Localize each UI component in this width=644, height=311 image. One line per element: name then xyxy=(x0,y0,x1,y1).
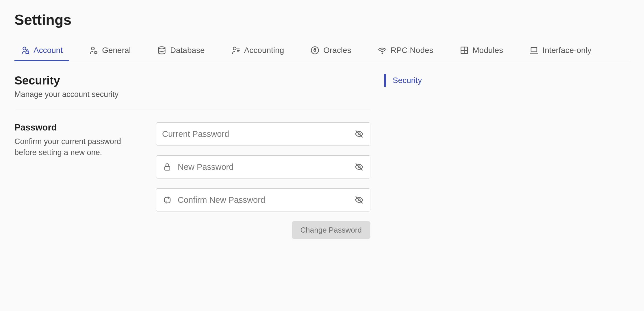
svg-point-12 xyxy=(382,53,383,54)
account-lock-icon xyxy=(21,46,29,55)
svg-text:$: $ xyxy=(314,48,316,52)
svg-point-2 xyxy=(92,47,94,50)
svg-point-5 xyxy=(233,47,236,50)
confirm-password-field[interactable] xyxy=(156,188,370,211)
section-subtitle: Manage your account security xyxy=(14,90,370,99)
laptop-icon xyxy=(530,46,538,55)
tab-modules[interactable]: Modules xyxy=(454,42,510,61)
tab-label: Account xyxy=(34,46,63,55)
change-password-button[interactable]: Change Password xyxy=(292,221,370,239)
grid-icon xyxy=(460,46,469,55)
svg-point-4 xyxy=(159,47,165,49)
tabs-bar: Account General Database Accounting $ Or… xyxy=(14,42,630,61)
section-title: Security xyxy=(14,74,370,87)
side-nav: Security xyxy=(384,74,471,239)
tab-database[interactable]: Database xyxy=(151,42,211,61)
tab-label: Accounting xyxy=(244,46,284,55)
tab-rpc-nodes[interactable]: RPC Nodes xyxy=(372,42,440,61)
repeat-icon xyxy=(162,195,172,205)
tab-label: RPC Nodes xyxy=(391,46,433,55)
database-icon xyxy=(157,46,166,55)
sidenav-item-security[interactable]: Security xyxy=(384,74,471,87)
tab-account[interactable]: Account xyxy=(14,42,69,61)
tab-interface-only[interactable]: Interface-only xyxy=(523,42,598,61)
current-password-input[interactable] xyxy=(162,129,354,139)
svg-rect-16 xyxy=(531,47,537,52)
lock-icon xyxy=(162,162,172,172)
current-password-field[interactable] xyxy=(156,122,370,146)
eye-off-icon[interactable] xyxy=(354,195,364,205)
oracle-icon: $ xyxy=(311,46,319,55)
tab-label: Oracles xyxy=(323,46,351,55)
tab-label: Database xyxy=(170,46,205,55)
tab-label: General xyxy=(102,46,131,55)
account-list-icon xyxy=(231,46,240,55)
wifi-icon xyxy=(378,46,387,55)
tab-oracles[interactable]: $ Oracles xyxy=(304,42,357,61)
eye-off-icon[interactable] xyxy=(354,162,364,172)
tab-accounting[interactable]: Accounting xyxy=(225,42,291,61)
password-help-text: Confirm your current password before set… xyxy=(14,136,144,158)
svg-rect-1 xyxy=(26,51,29,54)
tab-general[interactable]: General xyxy=(83,42,137,61)
confirm-password-input[interactable] xyxy=(178,195,354,205)
tab-label: Modules xyxy=(473,46,503,55)
svg-point-0 xyxy=(23,47,26,50)
section-header: Security Manage your account security xyxy=(14,74,370,110)
page-title: Settings xyxy=(14,12,630,28)
tab-label: Interface-only xyxy=(542,46,591,55)
new-password-input[interactable] xyxy=(178,162,354,172)
svg-rect-23 xyxy=(164,198,170,202)
password-description: Password Confirm your current password b… xyxy=(14,122,144,239)
account-gear-icon xyxy=(89,46,98,55)
svg-rect-20 xyxy=(165,167,170,170)
password-heading: Password xyxy=(14,122,144,133)
new-password-field[interactable] xyxy=(156,155,370,178)
eye-off-icon[interactable] xyxy=(354,129,364,139)
